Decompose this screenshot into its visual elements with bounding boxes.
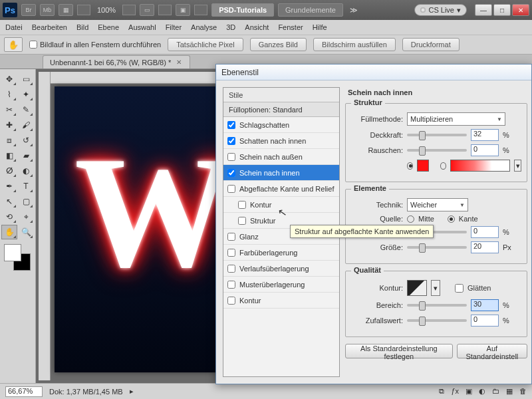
glow-gradient-swatch[interactable] [450,160,511,172]
3d-tool[interactable]: ⟲ [1,209,17,224]
blur-tool[interactable]: ⵁ [1,164,17,178]
glow-color-swatch[interactable] [417,160,430,172]
menu-ebene[interactable]: Ebene [98,23,119,31]
3d-camera-tool[interactable]: ⌖ [18,209,34,224]
close-document-icon[interactable]: ✕ [175,59,183,66]
style-checkbox[interactable] [227,233,235,241]
opacity-slider[interactable] [407,134,467,136]
dodge-tool[interactable]: ◐ [18,164,34,178]
style-row-kontur[interactable]: Kontur [223,197,339,213]
gradient-radio[interactable] [440,162,446,170]
trash-icon[interactable]: 🗑 [519,387,527,396]
zoom-input[interactable]: 66,67% [5,386,43,397]
actual-pixels-button[interactable]: Tatsächliche Pixel [168,38,243,51]
style-checkbox[interactable] [227,249,235,257]
stamp-tool[interactable]: ⧈ [1,133,17,148]
document-canvas[interactable]: W [55,86,234,372]
minibridge-button[interactable]: Mb [40,4,55,16]
gradient-menu-icon[interactable]: ▾ [514,160,521,172]
zoom-tool[interactable]: 🔍 [18,225,34,239]
menu-3d[interactable]: 3D [226,23,235,31]
style-checkbox[interactable] [227,185,235,193]
menu-ansicht[interactable]: Ansicht [245,23,269,31]
source-edge-radio[interactable] [448,215,455,223]
foreground-color-swatch[interactable] [4,244,21,261]
style-row-muster-berlagerung[interactable]: Musterüberlagerung [223,277,339,293]
cs-live-button[interactable]: CS Live ▾ [414,4,467,16]
brush-tool[interactable]: 🖌 [18,118,34,132]
screenmode-dropdown[interactable] [194,5,207,15]
eraser-tool[interactable]: ◧ [1,148,17,163]
menu-bild[interactable]: Bild [76,23,88,31]
blending-options-row[interactable]: Fülloptionen: Standard [223,102,339,117]
link-icon[interactable]: ⧉ [439,387,444,396]
style-checkbox[interactable] [227,265,235,273]
style-row-farb-berlagerung[interactable]: Farbüberlagerung [223,245,339,261]
style-checkbox[interactable] [227,137,235,145]
screenmode-button[interactable]: ▣ [176,4,190,16]
eyedropper-tool[interactable]: ✎ [18,102,34,117]
styles-list-header[interactable]: Stile [223,88,339,102]
choke-input[interactable]: 0 [471,226,499,238]
color-radio[interactable] [407,162,413,170]
style-row-schein-nach-au-en[interactable]: Schein nach außen [223,149,339,165]
window-maximize-button[interactable]: □ [493,4,511,16]
noise-slider[interactable] [407,149,467,152]
shape-tool[interactable]: ▢ [18,194,34,209]
size-slider[interactable] [407,246,467,249]
contour-menu-icon[interactable]: ▾ [431,280,440,296]
workspace-tab-psd-tutorials[interactable]: PSD-Tutorials [211,3,274,17]
current-tool-hand[interactable]: ✋ [4,37,23,52]
crop-tool[interactable]: ✂ [1,102,17,117]
document-tab[interactable]: Unbenannt-1 bei 66,7% (W, RGB/8) * ✕ [43,55,190,68]
make-default-button[interactable]: Als Standardeinstellung festlegen [345,344,453,358]
size-input[interactable]: 20 [471,241,499,253]
style-checkbox[interactable] [227,297,235,305]
view-extras-dropdown[interactable] [77,5,90,15]
arrange-button[interactable]: ▭ [140,4,154,16]
wand-tool[interactable]: ✦ [18,87,34,102]
jitter-input[interactable]: 0 [471,315,499,327]
bridge-button[interactable]: Br [21,4,36,16]
move-tool[interactable]: ✥ [1,72,17,86]
style-row-verlaufs-berlagerung[interactable]: Verlaufsüberlagerung [223,261,339,277]
style-row-kontur[interactable]: Kontur [223,293,339,309]
style-checkbox[interactable] [227,281,235,289]
noise-input[interactable]: 0 [471,144,499,156]
pen-tool[interactable]: ✒ [1,179,17,194]
style-row-schein-nach-innen[interactable]: Schein nach innen [223,165,339,181]
range-slider[interactable] [407,304,467,307]
window-minimize-button[interactable]: — [475,4,492,16]
view-extras-button[interactable]: ▦ [59,4,73,16]
menu-bearbeiten[interactable]: Bearbeiten [32,23,67,31]
style-checkbox[interactable] [238,201,246,209]
hand-tool[interactable]: ✋ [1,225,17,239]
path-select-tool[interactable]: ↖ [1,194,17,209]
fit-screen-button[interactable]: Ganzes Bild [250,38,307,51]
lasso-tool[interactable]: ⌇ [1,87,17,102]
menu-auswahl[interactable]: Auswahl [128,23,156,31]
scroll-all-windows-checkbox[interactable]: Bildlauf in allen Fenstern durchführen [29,41,161,49]
gradient-tool[interactable]: ▰ [18,148,34,163]
status-menu-icon[interactable]: ▸ [130,387,134,396]
folder-icon[interactable]: 🗀 [492,387,499,396]
style-row-schlagschatten[interactable]: Schlagschatten [223,117,339,133]
new-icon[interactable]: ▦ [506,387,513,396]
menu-datei[interactable]: Datei [5,23,23,31]
menu-fenster[interactable]: Fenster [278,23,303,31]
style-checkbox[interactable] [227,169,235,177]
heal-tool[interactable]: ✚ [1,118,17,132]
range-input[interactable]: 30 [471,299,499,311]
technique-select[interactable]: Weicher [407,198,468,211]
contour-picker[interactable] [407,280,427,296]
history-brush-tool[interactable]: ↺ [18,133,34,148]
marquee-tool[interactable]: ▭ [18,72,34,86]
style-checkbox[interactable] [238,217,246,225]
style-row-schatten-nach-innen[interactable]: Schatten nach innen [223,133,339,149]
style-row-abgeflachte-kante-und-relief[interactable]: Abgeflachte Kante und Relief [223,181,339,197]
dialog-title-bar[interactable]: Ebenenstil [216,65,531,80]
jitter-slider[interactable] [407,319,467,322]
arrange-dropdown[interactable] [158,5,172,15]
reset-default-button[interactable]: Auf Standardeinstell [457,344,527,358]
style-checkbox[interactable] [227,121,235,129]
